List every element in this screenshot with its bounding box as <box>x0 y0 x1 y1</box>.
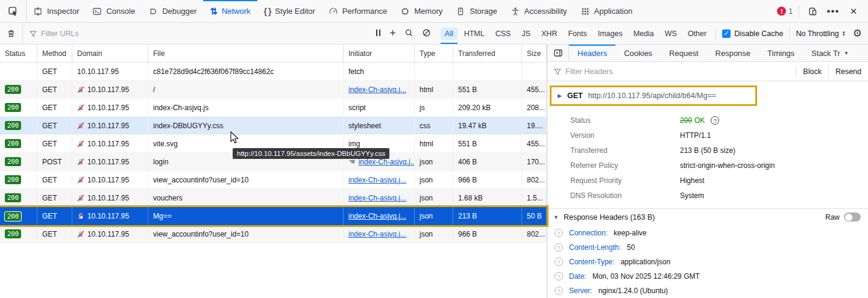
meatballs-icon: ••• <box>827 5 840 17</box>
tab-timings[interactable]: Timings <box>759 45 803 61</box>
filter-urls-field[interactable] <box>23 29 368 38</box>
filter-urls-input[interactable] <box>41 29 362 38</box>
tab-inspector[interactable]: Inspector <box>27 0 86 22</box>
initiator-text[interactable]: index-Ch-asjvq.j... <box>348 85 406 94</box>
toggle-details-pane-button[interactable] <box>547 45 569 61</box>
table-row[interactable]: 200 GET 10.10.117.95 / ☚ index-Ch-asjvq.… <box>0 81 547 99</box>
error-count-badge[interactable]: ! 1 <box>777 7 793 16</box>
table-row[interactable]: 200 GET 10.10.117.95 index-Ch-asjvq.js ☚… <box>0 99 547 117</box>
pause-button[interactable] <box>375 29 381 38</box>
element-picker-button[interactable] <box>0 0 27 22</box>
responsive-design-button[interactable] <box>805 4 820 19</box>
filter-ws[interactable]: WS <box>661 28 681 40</box>
question-mark-icon[interactable]: ? <box>555 287 563 295</box>
tab-console[interactable]: Console <box>86 0 142 22</box>
filter-other[interactable]: Other <box>684 28 711 40</box>
close-devtools-button[interactable]: ✕ <box>846 4 861 19</box>
filter-images[interactable]: Images <box>594 28 627 40</box>
filter-css[interactable]: CSS <box>491 28 515 40</box>
initiator-text[interactable]: index-Ch-asjvq.j... <box>348 176 406 184</box>
response-header-row[interactable]: ? Server: nginx/1.24.0 (Ubuntu) <box>547 284 868 298</box>
filter-headers-input[interactable] <box>565 67 790 76</box>
clear-requests-button[interactable] <box>0 23 23 44</box>
response-header-row[interactable]: ? Content-Length: 50 <box>547 240 868 255</box>
table-row[interactable]: GET 10.10.117.95 c81e728d9d4c2f636f067f8… <box>0 63 547 81</box>
summary-value: strict-origin-when-cross-origin <box>680 161 775 170</box>
filter-xhr[interactable]: XHR <box>537 28 561 40</box>
summary-label: Transferred <box>570 146 680 155</box>
disable-cache-control[interactable]: ✓ Disable Cache <box>715 27 789 40</box>
tab-request[interactable]: Request <box>661 45 706 61</box>
tab-application[interactable]: Application <box>574 0 640 22</box>
initiator-text[interactable]: index-Ch-asjvq.j... <box>348 212 406 220</box>
tab-accessibility[interactable]: Accessibility <box>504 0 574 22</box>
response-header-row[interactable]: ? Content-Type: application/json <box>547 255 868 269</box>
question-mark-icon[interactable]: ? <box>555 258 563 266</box>
tab-cookies[interactable]: Cookies <box>615 45 661 61</box>
tab-debugger[interactable]: Debugger <box>142 0 203 22</box>
menu-button[interactable]: ••• <box>826 4 840 19</box>
col-status[interactable]: Status <box>0 45 37 62</box>
request-url-summary[interactable]: ▶ GET http://10.10.117.95/api/child/b64/… <box>550 85 757 106</box>
question-mark-icon[interactable]: ? <box>555 229 563 237</box>
cell-file: view_accountinfo?user_id=10 <box>148 171 344 188</box>
summary-value: System <box>680 191 704 200</box>
col-initiator[interactable]: Initiator <box>344 45 415 62</box>
cell-size: 455... <box>522 135 547 152</box>
initiator-text[interactable]: index-Ch-asjvq.j... <box>348 194 406 202</box>
tab-label: Debugger <box>162 7 197 16</box>
tab-style-editor[interactable]: { } Style Editor <box>257 0 322 22</box>
block-url-button[interactable]: Block <box>796 66 828 78</box>
filter-fonts[interactable]: Fonts <box>564 28 591 40</box>
question-mark-icon[interactable]: ? <box>555 272 563 281</box>
search-button[interactable] <box>404 28 414 39</box>
cell-type: json <box>415 171 453 188</box>
cell-transferred: 551 B <box>453 81 522 98</box>
col-transferred[interactable]: Transferred <box>453 45 522 62</box>
raw-toggle[interactable] <box>844 213 861 222</box>
response-header-row[interactable]: ? Connection: keep-alive <box>547 226 868 240</box>
col-file[interactable]: File <box>148 45 344 62</box>
resend-button[interactable]: Resend <box>828 66 868 78</box>
question-mark-icon[interactable]: ? <box>555 243 563 252</box>
initiator-text[interactable]: index-Ch-asjvq.j... <box>348 230 406 238</box>
response-header-row[interactable]: ? Date: Mon, 03 Nov 2025 12:46:29 GMT <box>547 269 868 284</box>
block-button[interactable] <box>422 28 431 39</box>
header-name: Content-Length: <box>569 243 621 252</box>
tab-storage[interactable]: Storage <box>449 0 504 22</box>
filter-headers-field[interactable] <box>547 67 796 76</box>
tab-response[interactable]: Response <box>707 45 760 61</box>
table-row[interactable]: 200 GET 10.10.117.95 index-DBbUGYYy.css … <box>0 117 547 135</box>
col-type[interactable]: Type <box>415 45 453 62</box>
table-row[interactable]: 200 GET 10.10.117.95 view_accountinfo?us… <box>0 225 547 243</box>
filter-all[interactable]: All <box>441 28 458 40</box>
cell-domain: 10.10.117.95 <box>72 207 148 225</box>
tab-headers[interactable]: Headers <box>569 45 615 61</box>
cell-initiator: ☚ index-Ch-asjvq.j... <box>344 171 415 188</box>
filter-html[interactable]: HTML <box>460 28 489 40</box>
throttling-dropdown[interactable]: No Throttling ▲▼ <box>789 27 851 40</box>
network-settings-button[interactable]: ⚙ <box>852 27 868 40</box>
tab-memory[interactable]: Memory <box>394 0 449 22</box>
filter-js[interactable]: JS <box>517 28 535 40</box>
table-row[interactable]: 200 GET 10.10.117.95 vouchers ☚ index-Ch… <box>0 189 547 207</box>
cell-method: GET <box>37 135 72 152</box>
summary-value: HTTP/1.1 <box>680 131 711 140</box>
col-domain[interactable]: Domain <box>72 45 148 62</box>
question-mark-icon[interactable]: ? <box>711 116 719 125</box>
cell-domain: 10.10.117.95 <box>72 225 148 243</box>
disable-cache-checkbox[interactable]: ✓ <box>722 29 731 38</box>
col-method[interactable]: Method <box>37 45 72 62</box>
tab-network[interactable]: ⇅ Network <box>203 0 257 22</box>
tab-label: Storage <box>470 7 497 16</box>
cell-domain: 10.10.117.95 <box>72 171 148 188</box>
table-row[interactable]: 200 GET 10.10.117.95 view_accountinfo?us… <box>0 171 547 189</box>
tab-stack-trace[interactable]: Stack Tr <box>803 45 849 61</box>
filter-media[interactable]: Media <box>629 28 658 40</box>
new-request-button[interactable]: + <box>389 27 396 40</box>
table-row[interactable]: 200 GET 10.10.117.95 Mg== ☚ index-Ch-asj… <box>0 207 547 225</box>
col-size[interactable]: Size <box>522 45 547 62</box>
cell-domain: 10.10.117.95 <box>72 117 148 134</box>
response-headers-section[interactable]: ▼ Response Headers (163 B) Raw <box>547 208 868 226</box>
tab-performance[interactable]: Performance <box>322 0 394 22</box>
